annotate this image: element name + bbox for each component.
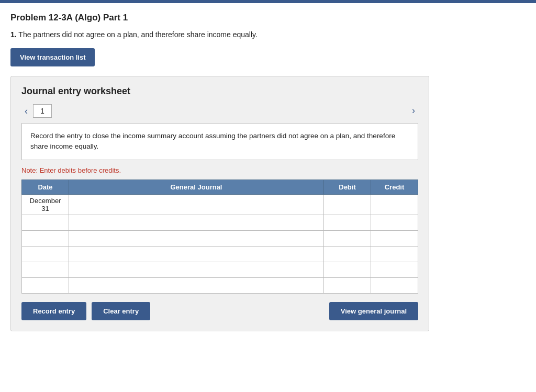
gj-input[interactable]: [69, 247, 323, 262]
gj-cell[interactable]: [69, 194, 324, 215]
gj-cell[interactable]: [69, 277, 324, 293]
credit-input[interactable]: [371, 278, 418, 293]
clear-entry-button[interactable]: Clear entry: [92, 302, 150, 320]
journal-table: Date General Journal Debit Credit Decemb…: [21, 180, 418, 294]
table-row: December31: [22, 194, 418, 215]
credit-cell[interactable]: [371, 262, 418, 277]
table-row: [22, 277, 418, 293]
debit-input[interactable]: [324, 247, 371, 262]
nav-left: ‹ 1: [21, 104, 52, 118]
gj-input[interactable]: [69, 262, 323, 277]
credit-cell[interactable]: [371, 246, 418, 262]
problem-text: The partners did not agree on a plan, an…: [18, 30, 258, 39]
debit-input[interactable]: [324, 262, 371, 277]
debit-input[interactable]: [324, 278, 371, 293]
problem-title: Problem 12-3A (Algo) Part 1: [10, 13, 429, 23]
date-cell: December31: [22, 194, 69, 215]
instruction-box: Record the entry to close the income sum…: [21, 123, 418, 160]
date-cell: [22, 246, 69, 262]
date-cell: [22, 262, 69, 277]
debit-input[interactable]: [324, 231, 371, 246]
view-transaction-button[interactable]: View transaction list: [10, 48, 95, 66]
gj-cell[interactable]: [69, 246, 324, 262]
debit-input[interactable]: [324, 195, 371, 215]
gj-input[interactable]: [69, 215, 323, 230]
credit-input[interactable]: [371, 231, 418, 246]
credit-input[interactable]: [371, 215, 418, 230]
prev-page-button[interactable]: ‹: [21, 105, 31, 118]
worksheet-container: Journal entry worksheet ‹ 1 › Record the…: [10, 76, 429, 331]
record-entry-button[interactable]: Record entry: [21, 302, 86, 320]
debit-cell[interactable]: [324, 277, 371, 293]
credit-input[interactable]: [371, 262, 418, 277]
gj-cell[interactable]: [69, 262, 324, 277]
nav-row: ‹ 1 ›: [21, 104, 418, 118]
debit-cell[interactable]: [324, 230, 371, 246]
debit-cell[interactable]: [324, 246, 371, 262]
gj-cell[interactable]: [69, 215, 324, 230]
gj-input[interactable]: [69, 278, 323, 293]
nav-right: ›: [409, 104, 418, 117]
table-row: [22, 246, 418, 262]
problem-number: 1.: [10, 30, 17, 39]
credit-cell[interactable]: [371, 277, 418, 293]
instruction-text: Record the entry to close the income sum…: [30, 132, 395, 150]
debit-cell[interactable]: [324, 262, 371, 277]
gj-input[interactable]: [69, 195, 323, 215]
gj-cell[interactable]: [69, 230, 324, 246]
table-row: [22, 230, 418, 246]
credit-input[interactable]: [371, 195, 418, 215]
view-general-journal-button[interactable]: View general journal: [329, 302, 418, 320]
header-date: Date: [22, 180, 69, 194]
debit-cell[interactable]: [324, 215, 371, 230]
table-row: [22, 215, 418, 230]
date-cell: [22, 230, 69, 246]
table-header-row: Date General Journal Debit Credit: [22, 180, 418, 194]
next-page-button[interactable]: ›: [409, 104, 418, 117]
debit-input[interactable]: [324, 215, 371, 230]
page-container: Problem 12-3A (Algo) Part 1 1. The partn…: [0, 3, 440, 342]
date-cell: [22, 277, 69, 293]
credit-cell[interactable]: [371, 215, 418, 230]
credit-input[interactable]: [371, 247, 418, 262]
header-general-journal: General Journal: [69, 180, 324, 194]
table-row: [22, 262, 418, 277]
problem-description: 1. The partners did not agree on a plan,…: [10, 30, 429, 39]
header-debit: Debit: [324, 180, 371, 194]
bottom-buttons: Record entry Clear entry View general jo…: [21, 302, 418, 320]
note-text: Note: Enter debits before credits.: [21, 166, 418, 174]
credit-cell[interactable]: [371, 194, 418, 215]
worksheet-title: Journal entry worksheet: [21, 86, 418, 97]
header-credit: Credit: [371, 180, 418, 194]
date-cell: [22, 215, 69, 230]
gj-input[interactable]: [69, 231, 323, 246]
credit-cell[interactable]: [371, 230, 418, 246]
debit-cell[interactable]: [324, 194, 371, 215]
page-number: 1: [33, 104, 52, 118]
